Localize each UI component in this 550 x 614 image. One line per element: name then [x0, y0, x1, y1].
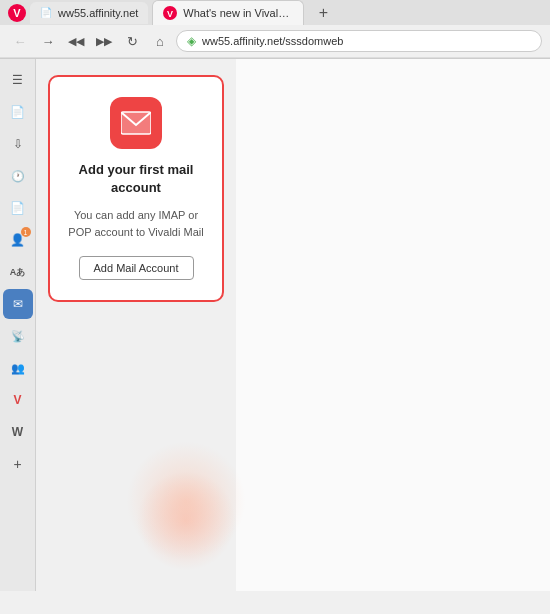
- vivaldi-icon: V: [13, 393, 21, 407]
- address-bar[interactable]: ◈ ww55.affinity.net/sssdomweb: [176, 30, 542, 52]
- svg-text:V: V: [13, 7, 21, 19]
- shield-icon: ◈: [187, 34, 196, 48]
- mail-envelope-icon: [121, 108, 151, 138]
- sidebar-icon-add[interactable]: +: [3, 449, 33, 479]
- mail-panel: Add your first mail account You can add …: [36, 59, 236, 591]
- wikipedia-icon: W: [12, 425, 23, 439]
- back-icon: ←: [14, 34, 27, 49]
- fast-forward-button[interactable]: ▶▶: [92, 29, 116, 53]
- main-layout: ☰ 📄 ⇩ 🕐 📄 👤 1 Aあ ✉ 📡 👥 V: [0, 59, 550, 591]
- sidebar-icon-notes[interactable]: 📄: [3, 193, 33, 223]
- decorative-blob: [136, 471, 236, 571]
- sidebar-icon-vivaldi[interactable]: V: [3, 385, 33, 415]
- nav-bar: ← → ◀◀ ▶▶ ↻ ⌂ ◈ ww55.affinity.net/sssdom…: [0, 25, 550, 58]
- sidebar-icon-history[interactable]: 🕐: [3, 161, 33, 191]
- mail-icon-container: [110, 97, 162, 149]
- sidebar-icon-contacts2[interactable]: 👥: [3, 353, 33, 383]
- sidebar-icon-wikipedia[interactable]: W: [3, 417, 33, 447]
- tab-bar: V 📄 ww55.affinity.net V What's new in Vi…: [0, 0, 550, 25]
- translate-icon: Aあ: [10, 266, 26, 279]
- tab-favicon-affinity: 📄: [40, 7, 52, 18]
- contacts-badge: 1: [21, 227, 31, 237]
- vivaldi-logo-icon: V: [8, 4, 26, 22]
- svg-text:V: V: [167, 9, 173, 19]
- sidebar-icon-feeds[interactable]: 📡: [3, 321, 33, 351]
- rewind-icon: ◀◀: [68, 35, 84, 48]
- refresh-button[interactable]: ↻: [120, 29, 144, 53]
- new-tab-button[interactable]: +: [312, 2, 334, 24]
- sidebar-icon-menu[interactable]: ☰: [3, 65, 33, 95]
- tab-favicon-vivaldi: V: [163, 6, 177, 20]
- tab-affinity[interactable]: 📄 ww55.affinity.net: [30, 2, 148, 24]
- mail-sidebar-icon: ✉: [13, 297, 23, 311]
- contacts2-icon: 👥: [11, 362, 25, 375]
- rewind-button[interactable]: ◀◀: [64, 29, 88, 53]
- sidebar-icon-translate[interactable]: Aあ: [3, 257, 33, 287]
- download-icon: ⇩: [13, 137, 23, 151]
- sidebar-icon-mail[interactable]: ✉: [3, 289, 33, 319]
- add-mail-account-button[interactable]: Add Mail Account: [79, 256, 194, 280]
- menu-icon: ☰: [12, 73, 23, 87]
- home-icon: ⌂: [156, 34, 164, 49]
- feeds-icon: 📡: [11, 330, 25, 343]
- forward-button[interactable]: →: [36, 29, 60, 53]
- mail-card-description: You can add any IMAP or POP account to V…: [66, 207, 206, 240]
- tab-label-vivaldi: What's new in Vivaldi | Viva...: [183, 7, 293, 19]
- fast-forward-icon: ▶▶: [96, 35, 112, 48]
- content-area: Add your first mail account You can add …: [36, 59, 550, 591]
- right-content-area: [236, 59, 550, 591]
- sidebar-icon-contacts[interactable]: 👤 1: [3, 225, 33, 255]
- bookmarks-icon: 📄: [10, 105, 25, 119]
- tab-label-affinity: ww55.affinity.net: [58, 7, 138, 19]
- browser-chrome: V 📄 ww55.affinity.net V What's new in Vi…: [0, 0, 550, 59]
- sidebar: ☰ 📄 ⇩ 🕐 📄 👤 1 Aあ ✉ 📡 👥 V: [0, 59, 36, 591]
- tab-vivaldi[interactable]: V What's new in Vivaldi | Viva...: [152, 0, 304, 25]
- sidebar-icon-bookmarks[interactable]: 📄: [3, 97, 33, 127]
- history-icon: 🕐: [11, 170, 25, 183]
- sidebar-icon-download[interactable]: ⇩: [3, 129, 33, 159]
- address-text: ww55.affinity.net/sssdomweb: [202, 35, 343, 47]
- mail-card-title: Add your first mail account: [66, 161, 206, 197]
- add-icon: +: [13, 456, 21, 472]
- forward-icon: →: [42, 34, 55, 49]
- notes-icon: 📄: [10, 201, 25, 215]
- home-button[interactable]: ⌂: [148, 29, 172, 53]
- new-tab-icon: +: [319, 4, 328, 22]
- refresh-icon: ↻: [127, 34, 138, 49]
- mail-account-card: Add your first mail account You can add …: [48, 75, 224, 302]
- back-button[interactable]: ←: [8, 29, 32, 53]
